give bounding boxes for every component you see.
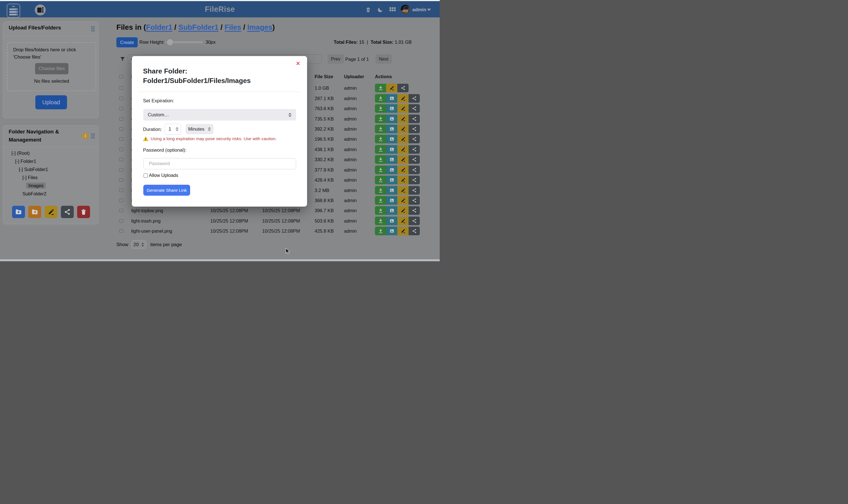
password-field[interactable] <box>143 158 296 169</box>
tree-item[interactable]: SubFolder2 <box>6 190 95 198</box>
breadcrumb-link-images[interactable]: Images <box>247 23 272 31</box>
select-all-checkbox[interactable] <box>119 75 123 78</box>
choose-files-button[interactable]: Choose files <box>35 63 68 74</box>
info-icon[interactable]: i <box>82 132 89 139</box>
download-action-button[interactable] <box>375 176 386 184</box>
upload-dropzone[interactable]: Drop files/folders here or click 'Choose… <box>7 42 96 91</box>
preview-action-button[interactable] <box>386 94 398 103</box>
allow-uploads-label[interactable]: Allow Uploads <box>149 173 178 178</box>
rename-action-button[interactable] <box>398 155 409 164</box>
rename-action-button[interactable] <box>398 124 409 133</box>
tree-item[interactable]: [-] Folder1 <box>6 157 95 165</box>
column-file-size[interactable]: File Size <box>315 74 333 79</box>
row-checkbox[interactable] <box>119 107 123 110</box>
preview-action-button[interactable] <box>386 176 398 184</box>
download-action-button[interactable] <box>375 186 386 195</box>
share-action-button[interactable] <box>409 165 420 174</box>
preview-action-button[interactable] <box>386 135 398 144</box>
dark-mode-moon-icon[interactable] <box>377 7 383 13</box>
row-checkbox[interactable] <box>119 137 123 141</box>
row-checkbox[interactable] <box>119 209 123 212</box>
drag-handle-icon[interactable] <box>91 26 94 31</box>
row-checkbox[interactable] <box>119 158 123 161</box>
share-action-button[interactable] <box>409 114 420 123</box>
breadcrumb-link-files[interactable]: Files <box>225 23 241 31</box>
download-action-button[interactable] <box>375 145 386 154</box>
rename-action-button[interactable] <box>398 206 409 215</box>
rename-action-button[interactable] <box>398 94 409 103</box>
download-action-button[interactable] <box>375 155 386 164</box>
download-action-button[interactable] <box>375 227 386 235</box>
next-page-button[interactable]: Next <box>375 54 392 64</box>
preview-action-button[interactable] <box>386 155 398 164</box>
share-action-button[interactable] <box>409 206 420 215</box>
allow-uploads-checkbox[interactable] <box>144 174 148 178</box>
expiration-select[interactable]: Custom… <box>143 109 296 121</box>
share-action-button[interactable] <box>409 94 420 103</box>
download-action-button[interactable] <box>375 114 386 123</box>
tree-item[interactable]: [-] Files <box>6 174 95 182</box>
row-height-slider-thumb[interactable] <box>167 39 173 46</box>
share-action-button[interactable] <box>409 104 420 113</box>
create-button[interactable]: Create <box>117 37 138 47</box>
preview-action-button[interactable] <box>386 196 398 205</box>
avatar[interactable] <box>401 5 410 14</box>
rename-action-button[interactable] <box>398 145 409 154</box>
download-action-button[interactable] <box>375 196 386 205</box>
rename-action-button[interactable] <box>398 186 409 195</box>
move-folder-button[interactable] <box>28 206 41 218</box>
filter-icon[interactable] <box>120 56 125 62</box>
share-action-button[interactable] <box>409 135 420 144</box>
share-folder-button[interactable] <box>61 206 74 218</box>
upload-button[interactable]: Upload <box>35 95 67 109</box>
generate-share-link-button[interactable]: Generate Share Link <box>143 185 190 196</box>
row-checkbox[interactable] <box>119 199 123 202</box>
download-action-button[interactable] <box>375 165 386 174</box>
username-label[interactable]: admin <box>412 7 426 13</box>
download-action-button[interactable] <box>375 84 386 92</box>
row-checkbox[interactable] <box>119 188 123 192</box>
row-checkbox[interactable] <box>119 168 123 172</box>
create-folder-button[interactable] <box>12 206 25 218</box>
rename-action-button[interactable] <box>398 176 409 184</box>
download-action-button[interactable] <box>375 216 386 225</box>
duration-unit-select[interactable]: Minutes <box>186 124 213 134</box>
row-checkbox[interactable] <box>119 117 123 121</box>
row-checkbox[interactable] <box>119 127 123 131</box>
tree-item[interactable]: Images <box>6 182 95 190</box>
drag-handle-icon[interactable] <box>91 133 94 139</box>
preview-action-button[interactable] <box>386 165 398 174</box>
preview-action-button[interactable] <box>386 124 398 133</box>
user-caret-icon[interactable] <box>427 9 431 11</box>
preview-action-button[interactable] <box>386 104 398 113</box>
row-checkbox[interactable] <box>119 178 123 182</box>
share-action-button[interactable] <box>409 155 420 164</box>
breadcrumb-link-folder1[interactable]: Folder1 <box>146 23 172 31</box>
row-checkbox[interactable] <box>119 97 123 100</box>
rename-action-button[interactable] <box>398 216 409 225</box>
number-stepper-icon[interactable] <box>176 127 179 131</box>
preview-action-button[interactable] <box>386 206 398 215</box>
share-action-button[interactable] <box>409 227 420 235</box>
tree-item[interactable]: [-] (Root) <box>6 149 95 157</box>
share-action-button[interactable] <box>409 145 420 154</box>
rename-folder-button[interactable] <box>45 206 57 218</box>
delete-folder-button[interactable] <box>77 206 90 218</box>
row-checkbox[interactable] <box>119 219 123 222</box>
download-action-button[interactable] <box>375 124 386 133</box>
share-action-button[interactable] <box>409 186 420 195</box>
share-action-button[interactable] <box>398 84 409 92</box>
preview-action-button[interactable] <box>386 114 398 123</box>
rename-action-button[interactable] <box>398 196 409 205</box>
share-action-button[interactable] <box>409 176 420 184</box>
share-action-button[interactable] <box>409 196 420 205</box>
trash-restore-icon[interactable] <box>365 7 371 13</box>
download-action-button[interactable] <box>375 104 386 113</box>
file-name[interactable]: light-user-panel.png <box>131 229 172 234</box>
row-checkbox[interactable] <box>119 148 123 151</box>
duration-input[interactable]: 1 <box>165 124 181 134</box>
rename-action-button[interactable] <box>398 104 409 113</box>
column-uploader[interactable]: Uploader <box>344 74 364 79</box>
rename-action-button[interactable] <box>398 114 409 123</box>
download-action-button[interactable] <box>375 135 386 144</box>
